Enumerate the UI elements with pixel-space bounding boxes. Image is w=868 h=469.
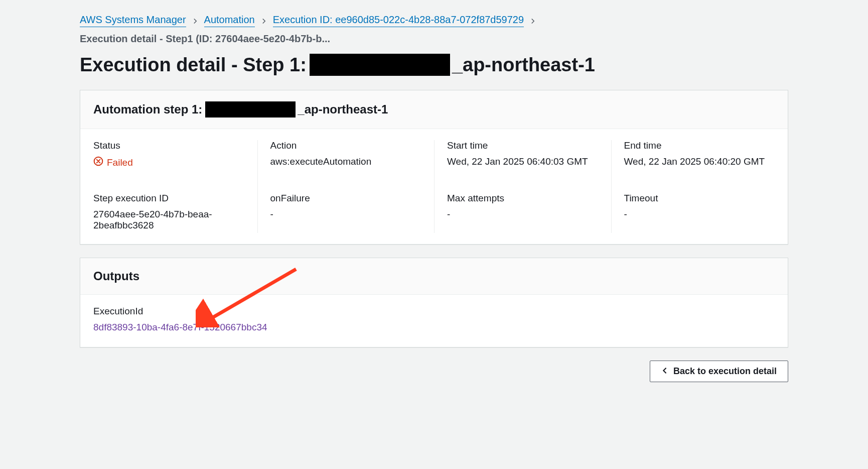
page-title: Execution detail - Step 1: _ap-northeast… (80, 54, 788, 76)
field-status: Status Failed (80, 129, 257, 182)
error-circle-icon (93, 156, 103, 169)
details-grid: Status Failed Action aws:executeAutomati… (80, 129, 788, 244)
step-exec-id-value: 27604aee-5e20-4b7b-beaa-2beafbbc3628 (93, 209, 244, 231)
output-execution-id: ExecutionId 8df83893-10ba-4fa6-8e7f-1520… (93, 306, 434, 333)
step-header-prefix: Automation step 1: (93, 102, 202, 116)
start-time-value: Wed, 22 Jan 2025 06:40:03 GMT (447, 156, 598, 167)
breadcrumb-current: Execution detail - Step1 (ID: 27604aee-5… (80, 33, 330, 45)
field-action: Action aws:executeAutomation (257, 129, 435, 182)
field-end-time: End time Wed, 22 Jan 2025 06:40:20 GMT (611, 129, 788, 182)
max-attempts-label: Max attempts (447, 193, 598, 204)
page-actions: Back to execution detail (80, 361, 788, 382)
breadcrumb: AWS Systems Manager Automation Execution… (80, 14, 788, 45)
redacted-block (205, 101, 296, 118)
execution-id-label: ExecutionId (93, 306, 434, 317)
chevron-left-icon (661, 366, 668, 377)
page-title-suffix: _ap-northeast-1 (452, 54, 595, 76)
timeout-label: Timeout (624, 193, 775, 204)
chevron-right-icon (530, 15, 536, 27)
action-label: Action (270, 140, 421, 151)
outputs-panel: Outputs ExecutionId 8df83893-10ba-4fa6-8… (80, 258, 788, 347)
chevron-right-icon (261, 15, 267, 27)
max-attempts-value: - (447, 209, 598, 220)
status-value: Failed (107, 157, 133, 168)
timeout-value: - (624, 209, 775, 220)
field-start-time: Start time Wed, 22 Jan 2025 06:40:03 GMT (434, 129, 611, 182)
page-title-prefix: Execution detail - Step 1: (80, 54, 307, 76)
field-on-failure: onFailure - (257, 182, 435, 244)
breadcrumb-link-execution-id[interactable]: Execution ID: ee960d85-022c-4b28-88a7-07… (273, 14, 524, 27)
field-timeout: Timeout - (611, 182, 788, 244)
breadcrumb-link-systems-manager[interactable]: AWS Systems Manager (80, 14, 186, 27)
end-time-label: End time (624, 140, 775, 151)
back-to-execution-detail-button[interactable]: Back to execution detail (650, 361, 788, 382)
back-button-label: Back to execution detail (673, 366, 777, 377)
on-failure-value: - (270, 209, 421, 220)
step-header-suffix: _ap-northeast-1 (298, 102, 388, 116)
execution-id-link[interactable]: 8df83893-10ba-4fa6-8e7f-1520667bbc34 (93, 322, 267, 332)
panel-header: Outputs (80, 258, 788, 295)
redacted-block (310, 54, 450, 76)
chevron-right-icon (192, 15, 198, 27)
step-exec-id-label: Step execution ID (93, 193, 244, 204)
breadcrumb-link-automation[interactable]: Automation (204, 14, 255, 27)
status-badge: Failed (93, 156, 133, 169)
panel-header: Automation step 1: _ap-northeast-1 (80, 90, 788, 129)
field-max-attempts: Max attempts - (434, 182, 611, 244)
status-label: Status (93, 140, 244, 151)
field-step-execution-id: Step execution ID 27604aee-5e20-4b7b-bea… (80, 182, 257, 244)
end-time-value: Wed, 22 Jan 2025 06:40:20 GMT (624, 156, 775, 167)
outputs-header: Outputs (93, 269, 775, 283)
automation-step-panel: Automation step 1: _ap-northeast-1 Statu… (80, 90, 788, 245)
action-value: aws:executeAutomation (270, 156, 421, 167)
start-time-label: Start time (447, 140, 598, 151)
on-failure-label: onFailure (270, 193, 421, 204)
